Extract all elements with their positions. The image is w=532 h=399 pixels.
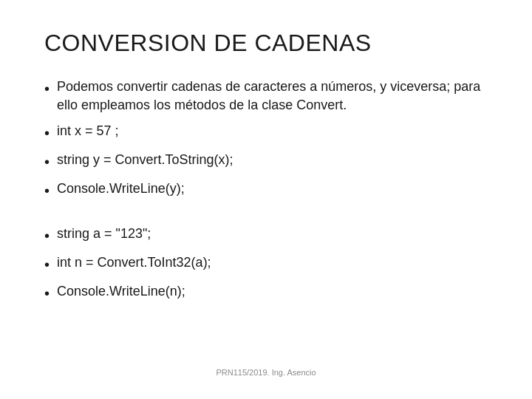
bullet-text: string y = Convert.ToString(x); [57, 151, 488, 169]
bullet-text: Console.WriteLine(n); [57, 282, 488, 301]
footer-text: PRN115/2019. Ing. Asencio [216, 368, 316, 377]
list-item: • Console.WriteLine(y); [44, 180, 488, 201]
list-item: • string a = "123"; [44, 225, 488, 246]
bullet-group-1: • Podemos convertir cadenas de caractere… [44, 78, 488, 208]
bullet-icon: • [44, 283, 50, 304]
list-item: • string y = Convert.ToString(x); [44, 151, 488, 172]
bullet-icon: • [44, 78, 50, 99]
bullet-icon: • [44, 225, 50, 246]
bullet-icon: • [44, 180, 50, 201]
list-item: • Podemos convertir cadenas de caractere… [44, 78, 488, 115]
bullet-group-2: • string a = "123"; • int n = Convert.To… [44, 225, 488, 311]
bullet-icon: • [44, 123, 50, 143]
bullet-text: Podemos convertir cadenas de caracteres … [57, 78, 488, 115]
list-item: • int n = Convert.ToInt32(a); [44, 253, 488, 275]
list-item: • int x = 57 ; [44, 122, 488, 143]
bullet-icon: • [44, 254, 50, 275]
slide-container: CONVERSION DE CADENAS • Podemos converti… [0, 0, 532, 399]
bullet-text: Console.WriteLine(y); [57, 180, 488, 198]
slide-footer: PRN115/2019. Ing. Asencio [44, 361, 488, 377]
slide-title: CONVERSION DE CADENAS [44, 30, 488, 57]
bullet-text: string a = "123"; [57, 225, 488, 243]
bullet-text: int n = Convert.ToInt32(a); [57, 253, 488, 272]
bullet-icon: • [44, 151, 50, 172]
bullet-text: int x = 57 ; [57, 122, 488, 140]
list-item: • Console.WriteLine(n); [44, 282, 488, 304]
